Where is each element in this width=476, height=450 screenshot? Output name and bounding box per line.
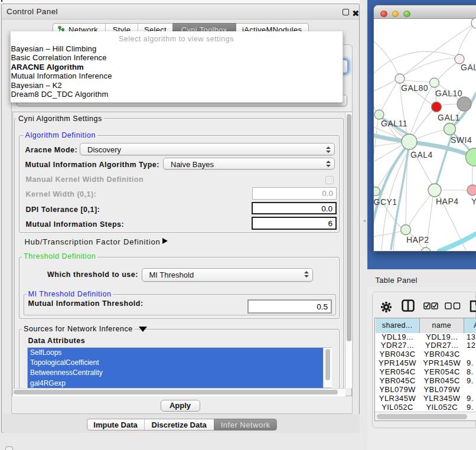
table-cell: YDR27... [420, 341, 465, 350]
settings-scrollpane: Cyni Algorithm SettingsAlgorithm Definit… [12, 112, 353, 396]
table-cell: YPR145W [376, 359, 420, 368]
bottom-tab-impute-data[interactable]: Impute Data [87, 419, 144, 431]
table-row[interactable]: YER054CYER054C8. [375, 368, 476, 377]
network-node-hap4[interactable] [428, 184, 441, 197]
icon-shape [58, 26, 61, 29]
dropdown-item[interactable]: Bayesian – Hill Climbing [11, 44, 97, 53]
table-row[interactable]: YBR045CYBR045C9. [375, 377, 476, 386]
select-all-checks-icon[interactable] [423, 302, 439, 309]
network-node-label: SWI4 [451, 135, 472, 145]
attribute-item[interactable]: gal4RGexp [28, 379, 323, 389]
attribute-item[interactable]: SelfLoops [28, 348, 323, 358]
cyni-algorithm-settings-title: Cyni Algorithm Settings [17, 115, 104, 123]
network-canvas[interactable]: GAL7GAL80GAL10GAL1GAL11SWI4GAL4GCY1HAP4Y… [374, 18, 476, 251]
table-cell: YBR045C [376, 377, 420, 386]
bottom-left-partial-icon [5, 446, 13, 450]
table-horizontal-scrollbar[interactable] [375, 412, 476, 420]
network-edge [458, 27, 472, 55]
attribute-item[interactable]: TopologicalCoefficient [28, 358, 323, 368]
list-scrollbar-thumb[interactable] [325, 349, 331, 380]
network-node-gal10[interactable] [430, 78, 439, 87]
table-row[interactable]: YPR145WYPR145W9. [375, 359, 476, 368]
float-window-icon[interactable] [343, 9, 349, 15]
column-header-2[interactable]: name [420, 318, 465, 333]
network-node-gal1[interactable] [432, 102, 442, 112]
network-window-titlebar[interactable] [374, 5, 476, 19]
node-table: shared...nameA YDL19...YDL19...13.YDR27.… [374, 318, 476, 421]
mi-steps-field[interactable]: 6 [252, 217, 337, 230]
file-icon[interactable] [470, 300, 476, 312]
column-header-3[interactable]: A [464, 318, 476, 333]
dropdown-item[interactable]: Mutual Information Inference [11, 71, 112, 80]
network-node-hap2[interactable] [401, 225, 411, 235]
gear-icon[interactable] [381, 302, 392, 312]
split-divider-arrow[interactable]: ◂ [363, 219, 367, 223]
network-edge [409, 195, 431, 226]
apply-button[interactable]: Apply [161, 400, 200, 412]
network-edge [374, 51, 455, 80]
icon-shape [390, 306, 392, 308]
data-attributes-list[interactable]: SelfLoopsTopologicalCoefficientBetweenne… [27, 347, 331, 388]
network-node-gal4[interactable] [402, 134, 417, 149]
clear-all-checks-icon[interactable] [445, 302, 461, 309]
network-edge [405, 80, 429, 82]
network-edge [374, 231, 401, 237]
table-cell: YDL19... [376, 333, 420, 342]
aracne-mode-combobox[interactable]: Discovery [80, 143, 335, 155]
horizontal-scrollbar-thumb[interactable] [14, 390, 338, 394]
mi-algorithm-type-combobox[interactable]: Naive Bayes [163, 158, 335, 170]
network-node[interactable] [457, 97, 471, 111]
table-row[interactable]: YLR345WYLR345W9. [375, 394, 476, 403]
network-node-gcy1[interactable] [374, 187, 380, 196]
network-node-gal80[interactable] [395, 74, 405, 83]
network-node-swi4[interactable] [444, 123, 456, 135]
vertical-scrollbar-thumb[interactable] [347, 114, 351, 341]
table-horizontal-scrollbar-thumb[interactable] [377, 414, 467, 420]
bottom-tab-infer-network[interactable]: Infer Network [214, 419, 278, 431]
network-edge [413, 110, 433, 135]
kernel-width-field[interactable]: 0.0 [252, 187, 337, 200]
network-node-label: HAP4 [436, 197, 459, 206]
hub-expand-arrow-icon[interactable] [162, 238, 168, 244]
sources-collapse-arrow-icon[interactable] [139, 327, 147, 332]
dropdown-item[interactable]: Basic Correlation Inference [11, 53, 107, 62]
network-node-gal11[interactable] [374, 110, 384, 119]
network-node-label: GAL80 [401, 83, 428, 93]
table-row[interactable]: YDR27...YDR27...12. [375, 341, 476, 350]
dpi-tolerance-field[interactable]: 0.0 [252, 202, 337, 215]
manual-kernel-checkbox[interactable] [325, 176, 334, 184]
dropdown-item[interactable]: Bayesian – K2 [11, 81, 62, 90]
network-edge [416, 130, 444, 139]
minimize-traffic-light[interactable] [392, 11, 399, 18]
column-header-1[interactable]: shared... [376, 318, 420, 333]
which-threshold-label: Which threshold to use: [47, 270, 138, 279]
close-icon[interactable]: ✖ [352, 8, 360, 19]
which-threshold-combobox-value: MI Threshold [149, 270, 194, 279]
table-row[interactable]: YDL19...YDL19...13. [375, 333, 476, 342]
split-columns-icon[interactable] [402, 299, 415, 312]
close-traffic-light[interactable] [380, 11, 387, 18]
table-cell: 12. [464, 341, 476, 350]
dpi-tolerance-label: DPI Tolerance [0,1]: [26, 206, 100, 214]
network-node[interactable] [466, 148, 476, 166]
table-cell: YLR345W [420, 394, 465, 403]
bottom-tab-discretize-data[interactable]: Discretize Data [144, 419, 214, 431]
table-body: YDL19...YDL19...13.YDR27...YDR27...12.YB… [375, 333, 476, 412]
table-row[interactable]: YBR043CYBR043C [375, 350, 476, 359]
vertical-scrollbar-track[interactable] [345, 112, 352, 388]
network-node-ygl035c[interactable] [467, 185, 476, 195]
zoom-traffic-light[interactable] [403, 11, 410, 18]
table-cell [464, 386, 476, 394]
desktop-top-tick [1, 0, 2, 2]
icon-shape [385, 302, 387, 304]
attribute-item[interactable]: BetweennessCentrality [28, 368, 323, 378]
list-scrollbar-track[interactable] [323, 348, 332, 387]
mi-threshold-field[interactable]: 0.5 [247, 299, 332, 314]
table-row[interactable]: YBL079WYBL079W [375, 386, 476, 394]
horizontal-scrollbar-track[interactable] [13, 388, 345, 397]
which-threshold-combobox[interactable]: MI Threshold [142, 268, 314, 282]
table-row[interactable]: YIL052CYIL052C9. [375, 403, 476, 412]
dropdown-item[interactable]: ARACNE Algorithm [11, 63, 84, 71]
table-panel-title: Table Panel [376, 276, 418, 285]
dropdown-item[interactable]: Dream8 DC_TDC Algorithm [11, 90, 109, 99]
